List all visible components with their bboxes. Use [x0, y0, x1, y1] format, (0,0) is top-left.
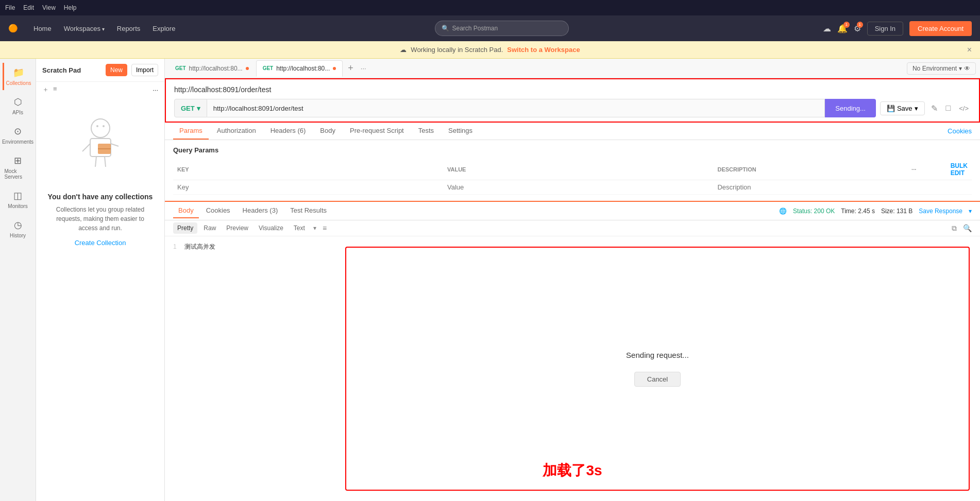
url-input[interactable] [207, 99, 825, 117]
resp-tab-headers[interactable]: Headers (3) [238, 203, 283, 218]
save-dropdown-icon: ▾ [915, 105, 918, 112]
menu-view[interactable]: View [42, 4, 56, 11]
create-account-button[interactable]: Create Account [909, 21, 972, 36]
save-button[interactable]: 💾 Save ▾ [880, 101, 925, 115]
save-label: Save [897, 105, 913, 112]
sidebar-item-apis[interactable]: ⬡ APIs [3, 92, 33, 119]
status-badge: 🌐 [779, 208, 787, 215]
params-col-desc: DESCRIPTION [713, 159, 907, 180]
add-collection-icon[interactable]: ＋ [42, 85, 49, 94]
create-collection-link[interactable]: Create Collection [75, 239, 126, 247]
request-right-actions: 💾 Save ▾ ✎ □ </> [880, 101, 971, 115]
params-more-icon[interactable]: ··· [911, 166, 916, 172]
panel-toolbar: ＋ ≡ ··· [36, 82, 164, 97]
svg-point-0 [91, 119, 110, 137]
svg-line-8 [95, 157, 96, 167]
params-desc-input[interactable] [717, 183, 903, 191]
params-bulk-edit: Bulk Edit [947, 159, 972, 180]
sign-in-button[interactable]: Sign In [867, 22, 903, 36]
more-options-icon[interactable]: ··· [153, 86, 158, 94]
resp-tab-test-results[interactable]: Test Results [285, 203, 332, 218]
menu-help[interactable]: Help [64, 4, 77, 11]
scratch-pad-banner: ☁ Working locally in Scratch Pad. Switch… [0, 41, 980, 59]
req-tab-params[interactable]: Params [173, 123, 209, 140]
svg-line-7 [111, 144, 119, 146]
empty-desc: Collections let you group related reques… [49, 205, 152, 233]
tab-1[interactable]: GET http://localhost:80... [169, 60, 255, 77]
save-response-button[interactable]: Save Response [919, 208, 962, 215]
svg-line-9 [105, 157, 106, 167]
environment-selector[interactable]: No Environment ▾ 👁 [907, 62, 976, 75]
search-box[interactable]: 🔍 Search Postman [435, 21, 569, 36]
nav-workspaces[interactable]: Workspaces [59, 22, 110, 36]
format-text-button[interactable]: Text [290, 222, 309, 234]
settings-icon[interactable]: ⚙ 1 [854, 24, 861, 33]
sidebar-label-collections: Collections [6, 80, 31, 86]
params-col-actions: ··· [907, 159, 947, 180]
request-bar-row: GET ▾ Sending... 💾 Save ▾ ✎ □ </> [174, 99, 971, 117]
nav-explore[interactable]: Explore [147, 22, 180, 36]
params-table: KEY VALUE DESCRIPTION ··· Bulk Edit [173, 159, 972, 195]
settings-badge: 1 [857, 22, 863, 28]
filter-icon[interactable]: ≡ [53, 85, 57, 94]
method-selector[interactable]: GET ▾ [174, 99, 207, 117]
sidebar-item-monitors[interactable]: ◫ Monitors [3, 186, 33, 213]
cookies-button[interactable]: Cookies [948, 127, 972, 135]
req-tab-settings[interactable]: Settings [442, 123, 479, 140]
params-key-input[interactable] [177, 183, 439, 191]
comment-icon[interactable]: □ [944, 101, 953, 115]
format-visualize-button[interactable]: Visualize [255, 222, 288, 234]
response-body: 1 测试高并发 Sending request... Cancel 加载了3s [165, 236, 980, 501]
tab-method-2: GET [263, 65, 274, 71]
response-area: Body Cookies Headers (3) Test Results 🌐 … [165, 201, 980, 501]
sidebar-item-environments[interactable]: ⊙ Environments [3, 122, 33, 149]
env-visibility-icon[interactable]: 👁 [964, 65, 970, 72]
req-tab-authorization[interactable]: Authorization [211, 123, 262, 140]
sidebar-item-collections[interactable]: 📁 Collections [3, 63, 33, 90]
sending-text: Sending request... [626, 351, 689, 359]
resp-tab-body[interactable]: Body [173, 203, 199, 218]
req-tab-pre-request-script[interactable]: Pre-request Script [344, 123, 410, 140]
search-response-icon[interactable]: 🔍 [963, 224, 972, 232]
response-tabs: Body Cookies Headers (3) Test Results 🌐 … [165, 202, 980, 220]
menu-file[interactable]: File [5, 4, 15, 11]
save-response-dropdown-icon[interactable]: ▾ [969, 208, 972, 215]
banner-close-icon[interactable]: × [967, 45, 972, 55]
header: 🟠 Home Workspaces Reports Explore 🔍 Sear… [0, 15, 980, 41]
sidebar-item-mock-servers[interactable]: ⊞ Mock Servers [3, 151, 33, 184]
switch-workspace-link[interactable]: Switch to a Workspace [507, 46, 580, 54]
sidebar-item-history[interactable]: ◷ History [3, 215, 33, 243]
send-button[interactable]: Sending... [825, 99, 876, 117]
req-tab-body[interactable]: Body [314, 123, 342, 140]
req-tab-headers[interactable]: Headers (6) [264, 123, 312, 140]
format-pretty-button[interactable]: Pretty [173, 222, 197, 234]
edit-icon[interactable]: ✎ [929, 101, 940, 115]
bulk-edit-button[interactable]: Bulk Edit [951, 162, 968, 177]
collections-panel: Scratch Pad New Import ＋ ≡ ··· [36, 59, 165, 501]
params-row-empty [173, 180, 972, 195]
tab-dot-2 [333, 67, 336, 70]
filter-response-icon[interactable]: ≡ [323, 224, 327, 232]
req-tab-tests[interactable]: Tests [412, 123, 440, 140]
add-tab-icon[interactable]: + [344, 63, 358, 74]
tab-more-icon[interactable]: ··· [359, 64, 368, 72]
cancel-button[interactable]: Cancel [634, 372, 681, 387]
resp-tab-cookies[interactable]: Cookies [201, 203, 235, 218]
new-button[interactable]: New [106, 64, 127, 76]
empty-svg-illustration [70, 113, 131, 175]
notification-bell-icon[interactable]: 🔔 1 [837, 24, 848, 33]
cloud-icon[interactable]: ☁ [823, 24, 831, 33]
tab-2[interactable]: GET http://localhost:80... [256, 60, 343, 77]
code-icon[interactable]: </> [957, 102, 971, 114]
banner-text: Working locally in Scratch Pad. [411, 46, 503, 54]
menu-edit[interactable]: Edit [23, 4, 34, 11]
nav-reports[interactable]: Reports [112, 22, 146, 36]
format-dropdown-icon[interactable]: ▾ [313, 224, 316, 232]
sidebar-label-monitors: Monitors [8, 203, 27, 209]
format-preview-button[interactable]: Preview [222, 222, 252, 234]
import-button[interactable]: Import [131, 64, 158, 76]
format-raw-button[interactable]: Raw [199, 222, 220, 234]
nav-home[interactable]: Home [28, 22, 57, 36]
copy-response-icon[interactable]: ⧉ [952, 224, 957, 233]
params-value-input[interactable] [447, 183, 709, 191]
